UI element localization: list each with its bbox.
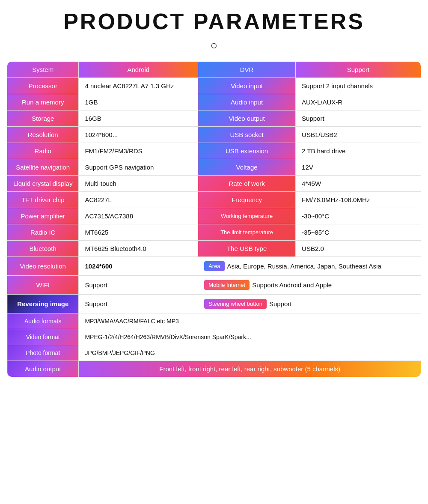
value-usb-socket: USB1/USB2 bbox=[296, 127, 421, 143]
table-row: WIFI Support Mobile Internet Supports An… bbox=[7, 276, 421, 295]
label-usb-type: The USB type bbox=[198, 241, 296, 257]
value-limit-temp: -35~85°C bbox=[296, 224, 421, 241]
label-resolution: Resolution bbox=[7, 127, 79, 143]
label-video-input: Video input bbox=[198, 78, 296, 94]
mobile-internet-row: Mobile Internet Supports Android and App… bbox=[204, 280, 415, 290]
table-row: Processor 4 nuclear AC8227L A7 1.3 GHz V… bbox=[7, 78, 421, 94]
value-rate-of-work: 4*45W bbox=[296, 176, 421, 192]
label-video-resolution: Video resolution bbox=[7, 257, 79, 276]
value-satellite-nav: Support GPS navigation bbox=[79, 159, 198, 176]
table-row: Liquid crystal display Multi-touch Rate … bbox=[7, 176, 421, 192]
value-power-amplifier: AC7315/AC7388 bbox=[79, 208, 198, 224]
photo-format-row: Photo format JPG/BMP/JEPG/GIF/PNG bbox=[7, 345, 421, 361]
table-row: TFT driver chip AC8227L Frequency FM/76.… bbox=[7, 192, 421, 208]
label-tft-chip: TFT driver chip bbox=[7, 192, 79, 208]
label-audio-input: Audio input bbox=[198, 94, 296, 110]
value-reversing-image: Support bbox=[79, 295, 198, 313]
header-dvr-label: DVR bbox=[198, 61, 296, 78]
value-radio-ic: MT6625 bbox=[79, 224, 198, 241]
page-title: PRODUCT PARAMETERS bbox=[6, 9, 422, 34]
label-working-temp: Working temperature bbox=[198, 208, 296, 224]
label-audio-output: Audio output bbox=[7, 361, 79, 378]
table-row: Radio IC MT6625 The limit temperature -3… bbox=[7, 224, 421, 241]
header-system-label: System bbox=[7, 61, 79, 78]
label-storage: Storage bbox=[7, 110, 79, 127]
label-limit-temp: The limit temperature bbox=[198, 224, 296, 241]
value-resolution: 1024*600... bbox=[79, 127, 198, 143]
label-processor: Processor bbox=[7, 78, 79, 94]
value-frequency: FM/76.0MHz-108.0MHz bbox=[296, 192, 421, 208]
label-usb-socket: USB socket bbox=[198, 127, 296, 143]
value-bluetooth: MT6625 Bluetooth4.0 bbox=[79, 241, 198, 257]
audio-formats-row: Audio formats MP3/WMA/AAC/RM/FALC etc MP… bbox=[7, 313, 421, 329]
value-processor: 4 nuclear AC8227L A7 1.3 GHz bbox=[79, 78, 198, 94]
label-photo-format: Photo format bbox=[7, 345, 79, 361]
value-usb-type: USB2.0 bbox=[296, 241, 421, 257]
label-video-format: Video format bbox=[7, 329, 79, 345]
table-row: Reversing image Support Steering wheel b… bbox=[7, 295, 421, 313]
value-area: Asia, Europe, Russia, America, Japan, So… bbox=[227, 262, 381, 270]
value-wifi: Support bbox=[79, 276, 198, 295]
value-mobile-internet: Supports Android and Apple bbox=[252, 281, 332, 289]
label-usb-extension: USB extension bbox=[198, 143, 296, 159]
label-video-output: Video output bbox=[198, 110, 296, 127]
label-reversing-image: Reversing image bbox=[7, 295, 79, 313]
label-audio-formats: Audio formats bbox=[7, 313, 79, 329]
params-table: System Android DVR Support Processor 4 n… bbox=[6, 61, 422, 378]
subtitle-icon: ○ bbox=[6, 39, 422, 52]
value-radio: FM1/FM2/FM3/RDS bbox=[79, 143, 198, 159]
label-frequency: Frequency bbox=[198, 192, 296, 208]
value-video-input: Support 2 input channels bbox=[296, 78, 421, 94]
value-video-output: Support bbox=[296, 110, 421, 127]
table-row: Resolution 1024*600... USB socket USB1/U… bbox=[7, 127, 421, 143]
page-wrapper: PRODUCT PARAMETERS ○ System Android DVR … bbox=[0, 0, 428, 386]
value-video-format: MPEG-1/2/4/H264/H263/RMVB/DivX/Sorenson … bbox=[79, 329, 421, 345]
value-audio-output: Front left, front right, rear left, rear… bbox=[79, 361, 421, 378]
value-audio-input: AUX-L/AUX-R bbox=[296, 94, 421, 110]
label-mobile-internet: Mobile Internet bbox=[204, 280, 250, 290]
value-lcd: Multi-touch bbox=[79, 176, 198, 192]
header-support-value: Support bbox=[296, 61, 421, 78]
table-row: Satellite navigation Support GPS navigat… bbox=[7, 159, 421, 176]
label-radio-ic: Radio IC bbox=[7, 224, 79, 241]
video-format-row: Video format MPEG-1/2/4/H264/H263/RMVB/D… bbox=[7, 329, 421, 345]
value-storage: 16GB bbox=[79, 110, 198, 127]
value-tft-chip: AC8227L bbox=[79, 192, 198, 208]
steering-combined: Steering wheel button Support bbox=[198, 295, 421, 313]
label-rate-of-work: Rate of work bbox=[198, 176, 296, 192]
value-working-temp: -30~80°C bbox=[296, 208, 421, 224]
value-photo-format: JPG/BMP/JEPG/GIF/PNG bbox=[79, 345, 421, 361]
label-radio: Radio bbox=[7, 143, 79, 159]
table-row: Bluetooth MT6625 Bluetooth4.0 The USB ty… bbox=[7, 241, 421, 257]
area-row: Area Asia, Europe, Russia, America, Japa… bbox=[204, 261, 415, 271]
table-row: Run a memory 1GB Audio input AUX-L/AUX-R bbox=[7, 94, 421, 110]
value-usb-extension: 2 TB hard drive bbox=[296, 143, 421, 159]
table-header-row: System Android DVR Support bbox=[7, 61, 421, 78]
label-run-memory: Run a memory bbox=[7, 94, 79, 110]
steering-row: Steering wheel button Support bbox=[204, 299, 415, 309]
area-combined-cell: Area Asia, Europe, Russia, America, Japa… bbox=[198, 257, 421, 276]
table-row: Radio FM1/FM2/FM3/RDS USB extension 2 TB… bbox=[7, 143, 421, 159]
mobile-internet-combined: Mobile Internet Supports Android and App… bbox=[198, 276, 421, 295]
table-row: Storage 16GB Video output Support bbox=[7, 110, 421, 127]
label-lcd: Liquid crystal display bbox=[7, 176, 79, 192]
table-row: Video resolution 1024*600 Area Asia, Eur… bbox=[7, 257, 421, 276]
header-android-value: Android bbox=[79, 61, 198, 78]
value-video-resolution: 1024*600 bbox=[79, 257, 198, 276]
label-steering: Steering wheel button bbox=[204, 299, 267, 309]
value-steering: Support bbox=[269, 300, 292, 307]
label-satellite-nav: Satellite navigation bbox=[7, 159, 79, 176]
label-wifi: WIFI bbox=[7, 276, 79, 295]
label-area: Area bbox=[204, 261, 224, 271]
label-bluetooth: Bluetooth bbox=[7, 241, 79, 257]
value-run-memory: 1GB bbox=[79, 94, 198, 110]
label-power-amplifier: Power amplifier bbox=[7, 208, 79, 224]
audio-output-row: Audio output Front left, front right, re… bbox=[7, 361, 421, 378]
table-row: Power amplifier AC7315/AC7388 Working te… bbox=[7, 208, 421, 224]
value-voltage: 12V bbox=[296, 159, 421, 176]
value-audio-formats: MP3/WMA/AAC/RM/FALC etc MP3 bbox=[79, 313, 421, 329]
label-voltage: Voltage bbox=[198, 159, 296, 176]
